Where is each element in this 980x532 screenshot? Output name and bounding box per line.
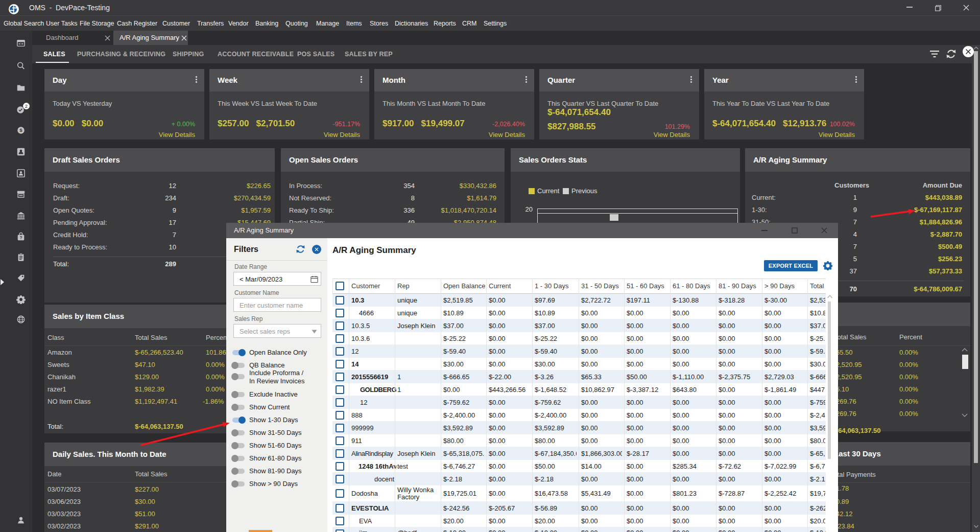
svg-text:?: ? — [19, 235, 22, 240]
svg-text:$: $ — [19, 127, 22, 133]
